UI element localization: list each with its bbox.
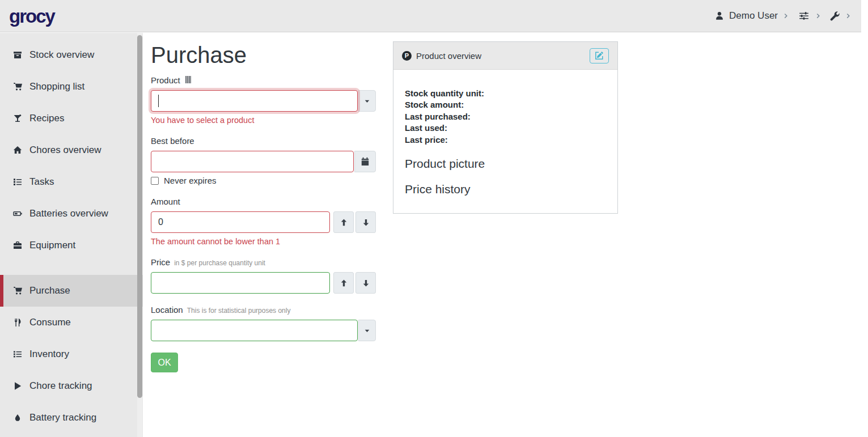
price-hint: in $ per purchase quantity unit bbox=[174, 259, 265, 267]
amount-decrease-button[interactable] bbox=[355, 211, 376, 233]
price-history-heading: Price history bbox=[405, 183, 606, 196]
sidebar-item-label: Shopping list bbox=[29, 81, 84, 92]
sidebar-item-consume[interactable]: Consume bbox=[0, 307, 143, 338]
sidebar-item-label: Tasks bbox=[29, 176, 54, 188]
location-hint: This is for statistical purposes only bbox=[187, 307, 291, 315]
product-picture-heading: Product picture bbox=[405, 157, 606, 171]
card-title: Product overview bbox=[416, 51, 481, 61]
sidebar-item-label: Consume bbox=[29, 317, 71, 328]
sidebar-item-label: Chore tracking bbox=[29, 380, 92, 392]
product-label: Product bbox=[151, 75, 180, 85]
text-cursor bbox=[158, 95, 159, 107]
shopping-cart-icon bbox=[12, 286, 23, 295]
play-icon bbox=[12, 381, 23, 391]
top-navbar: grocy Demo User bbox=[0, 0, 861, 32]
stock-amount-label: Stock amount: bbox=[405, 99, 606, 111]
sidebar-item-inventory[interactable]: Inventory bbox=[0, 338, 143, 370]
list-icon bbox=[12, 350, 23, 359]
sidebar-item-chore-tracking[interactable]: Chore tracking bbox=[0, 370, 143, 402]
admin-menu[interactable] bbox=[830, 11, 852, 21]
sidebar-item-label: Inventory bbox=[29, 349, 69, 360]
user-menu[interactable]: Demo User bbox=[715, 10, 790, 22]
last-purchased-label: Last purchased: bbox=[405, 111, 606, 122]
toolbox-icon bbox=[12, 241, 23, 250]
grocy-logo[interactable]: grocy bbox=[9, 7, 54, 26]
sidebar-item-tasks[interactable]: Tasks bbox=[0, 166, 143, 198]
caret-down-icon bbox=[364, 328, 370, 334]
product-icon: P bbox=[402, 51, 412, 61]
price-input[interactable] bbox=[151, 272, 330, 294]
calendar-button[interactable] bbox=[354, 151, 376, 172]
sidebar-item-batteries-overview[interactable]: Batteries overview bbox=[0, 198, 143, 230]
price-label: Price bbox=[151, 257, 170, 267]
chevron-right-icon bbox=[783, 12, 790, 19]
arrow-down-icon bbox=[362, 279, 370, 287]
product-dropdown-button[interactable] bbox=[358, 90, 376, 112]
sidebar-item-label: Chores overview bbox=[29, 145, 101, 156]
last-price-label: Last price: bbox=[405, 134, 606, 146]
sidebar-item-battery-tracking[interactable]: Battery tracking bbox=[0, 402, 143, 434]
product-overview-card: P Product overview Stock quantity unit: … bbox=[393, 41, 618, 214]
purchase-form: Purchase Product bbox=[151, 33, 376, 372]
never-expires-label: Never expires bbox=[164, 176, 217, 185]
amount-increase-button[interactable] bbox=[333, 211, 354, 233]
product-input[interactable] bbox=[151, 90, 358, 112]
amount-input[interactable] bbox=[151, 211, 330, 233]
sidebar-item-label: Battery tracking bbox=[29, 412, 96, 423]
sidebar-item-label: Purchase bbox=[29, 285, 70, 296]
battery-icon bbox=[12, 209, 23, 218]
cocktail-icon bbox=[12, 114, 23, 123]
arrow-up-icon bbox=[340, 218, 348, 227]
sidebar-item-shopping-list[interactable]: Shopping list bbox=[0, 71, 143, 103]
arrow-up-icon bbox=[340, 279, 348, 287]
location-input[interactable] bbox=[151, 320, 358, 341]
sidebar-item-label: Batteries overview bbox=[29, 208, 108, 219]
sidebar-item-label: Equipment bbox=[29, 240, 75, 251]
main-content: Purchase Product bbox=[143, 33, 868, 437]
sidebar-item-label: Recipes bbox=[29, 113, 64, 124]
stock-quantity-unit-label: Stock quantity unit: bbox=[405, 88, 606, 99]
sidebar-item-chores-overview[interactable]: Chores overview bbox=[0, 134, 143, 166]
caret-down-icon bbox=[364, 98, 370, 104]
user-name: Demo User bbox=[729, 10, 778, 22]
shopping-cart-icon bbox=[12, 82, 23, 91]
user-icon bbox=[715, 11, 724, 20]
sidebar-item-purchase[interactable]: Purchase bbox=[0, 275, 143, 307]
sidebar-item-recipes[interactable]: Recipes bbox=[0, 103, 143, 134]
home-icon bbox=[12, 146, 23, 155]
location-dropdown-button[interactable] bbox=[358, 320, 376, 341]
barcode-icon bbox=[184, 76, 193, 83]
sidebar: Stock overview Shopping list Recipes Cho… bbox=[0, 33, 143, 437]
best-before-input[interactable] bbox=[151, 151, 354, 172]
sidebar-item-stock-overview[interactable]: Stock overview bbox=[0, 39, 143, 71]
page-scrollbar-track[interactable] bbox=[861, 0, 868, 33]
never-expires-checkbox[interactable] bbox=[151, 177, 159, 185]
best-before-label: Best before bbox=[151, 136, 194, 146]
sidebar-group-divider bbox=[0, 261, 143, 275]
sidebar-item-equipment[interactable]: Equipment bbox=[0, 230, 143, 261]
ok-button[interactable]: OK bbox=[151, 353, 178, 372]
arrow-down-icon bbox=[362, 218, 370, 227]
calendar-icon bbox=[361, 157, 370, 166]
amount-label: Amount bbox=[151, 197, 180, 206]
sidebar-scrollbar-thumb[interactable] bbox=[137, 35, 142, 398]
boxes-icon bbox=[12, 50, 23, 60]
product-error: You have to select a product bbox=[151, 116, 376, 125]
droplet-icon bbox=[12, 413, 23, 422]
price-decrease-button[interactable] bbox=[355, 272, 376, 294]
page-title: Purchase bbox=[151, 42, 376, 68]
sliders-icon bbox=[798, 11, 810, 21]
wrench-icon bbox=[830, 11, 840, 21]
edit-pencil-icon bbox=[595, 51, 604, 60]
tasks-icon bbox=[12, 177, 23, 186]
chevron-right-icon bbox=[815, 12, 822, 19]
utensils-icon bbox=[12, 318, 23, 327]
chevron-right-icon bbox=[845, 12, 852, 19]
settings-menu[interactable] bbox=[798, 11, 822, 21]
price-increase-button[interactable] bbox=[333, 272, 354, 294]
sidebar-item-label: Stock overview bbox=[29, 49, 94, 61]
location-label: Location bbox=[151, 305, 183, 315]
amount-error: The amount cannot be lower than 1 bbox=[151, 237, 376, 246]
edit-product-button[interactable] bbox=[590, 48, 609, 63]
last-used-label: Last used: bbox=[405, 122, 606, 134]
